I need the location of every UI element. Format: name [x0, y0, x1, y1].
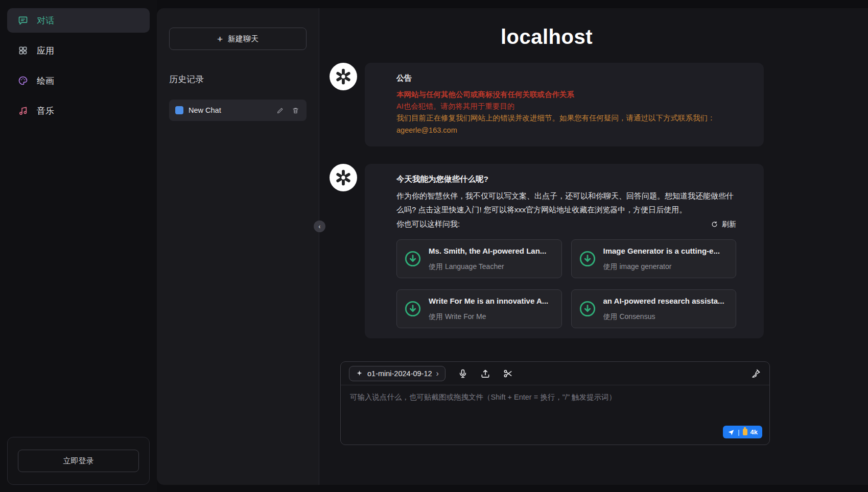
openai-logo-icon — [334, 168, 353, 187]
sidebar-item-music[interactable]: 音乐 — [7, 99, 150, 123]
composer: o1-mini-2024-09-12 › — [340, 361, 770, 445]
openai-logo-icon — [334, 67, 353, 86]
suggestion-title: Image Generator is a cutting-e... — [603, 245, 720, 257]
login-panel: 立即登录 — [7, 437, 150, 485]
model-label: o1-mini-2024-09-12 — [367, 370, 432, 378]
suggestion-subtitle: 使用 Consensus — [603, 311, 724, 322]
suggestion-subtitle: 使用 image generator — [603, 261, 720, 272]
refresh-suggestions-button[interactable]: 刷新 — [711, 218, 736, 230]
sidebar-item-chat[interactable]: 对话 — [7, 8, 150, 33]
suggestion-card[interactable]: an AI-powered research assista... 使用 Con… — [571, 289, 737, 328]
message-input[interactable] — [349, 391, 761, 428]
app-window: 对话 应用 绘画 音乐 立即登录 + — [0, 0, 868, 492]
edit-chat-button[interactable] — [275, 107, 285, 114]
sparkle-icon — [356, 370, 363, 377]
microphone-button[interactable] — [458, 368, 468, 379]
palette-icon — [17, 75, 29, 86]
suggestion-text: Image Generator is a cutting-e... 使用 ima… — [603, 245, 720, 272]
screenshot-button[interactable] — [503, 368, 513, 379]
plus-icon: + — [217, 34, 223, 44]
suggestion-card[interactable]: Write For Me is an innovative A... 使用 Wr… — [396, 289, 562, 328]
history-title: 历史记录 — [169, 73, 307, 85]
contact-email-link[interactable]: ageerle@163.com — [396, 125, 736, 136]
pencil-icon — [276, 107, 284, 114]
announcement-title: 公告 — [396, 72, 736, 84]
token-count: 4k — [750, 428, 758, 436]
chevron-right-icon: › — [436, 370, 439, 378]
music-note-icon — [17, 105, 29, 116]
announcement-line3: 我们目前正在修复我们网站上的错误并改进细节。如果您有任何疑问，请通过以下方式联系… — [396, 112, 736, 124]
sidebar-item-label: 应用 — [37, 45, 54, 57]
suggestion-grid: Ms. Smith, the AI-powered Lan... 使用 Lang… — [396, 239, 736, 328]
refresh-icon — [711, 220, 718, 228]
refresh-label: 刷新 — [722, 218, 736, 230]
sidebar-item-apps[interactable]: 应用 — [7, 38, 150, 63]
welcome-body: 作为你的智慧伙伴，我不仅可以写文案、出点子，还可以和你聊天、回答问题。想知道我还… — [396, 189, 736, 217]
chevron-left-icon: ‹ — [318, 223, 320, 230]
trash-icon — [292, 107, 299, 114]
suggestion-title: Write For Me is an innovative A... — [429, 295, 548, 307]
hint-row: 你也可以这样问我: 刷新 — [396, 218, 736, 230]
token-icon — [743, 429, 747, 435]
chat-message-area: localhost — [319, 8, 868, 359]
delete-chat-button[interactable] — [290, 107, 300, 114]
composer-toolbar: o1-mini-2024-09-12 › — [341, 362, 769, 385]
new-chat-label: 新建聊天 — [228, 34, 259, 44]
page-title: localhost — [330, 26, 764, 48]
broom-icon — [751, 368, 761, 379]
badge-divider: | — [738, 428, 739, 436]
sidebar-item-label: 绘画 — [37, 75, 54, 87]
apps-grid-icon — [17, 45, 29, 56]
upload-button[interactable] — [480, 368, 490, 379]
chat-main: localhost — [319, 8, 868, 485]
welcome-bubble: 今天我能为您做些什么呢? 作为你的智慧伙伴，我不仅可以写文案、出点子，还可以和你… — [365, 164, 764, 338]
suggestion-text: an AI-powered research assista... 使用 Con… — [603, 295, 724, 322]
model-selector[interactable]: o1-mini-2024-09-12 › — [349, 366, 445, 381]
send-plane-icon — [728, 429, 735, 436]
sidebar: 对话 应用 绘画 音乐 立即登录 — [0, 0, 157, 492]
assistant-avatar — [330, 63, 357, 90]
ask-hint: 你也可以这样问我: — [396, 218, 460, 230]
chat-item-icon — [175, 106, 183, 114]
suggestion-card[interactable]: Ms. Smith, the AI-powered Lan... 使用 Lang… — [396, 239, 562, 278]
suggestion-subtitle: 使用 Write For Me — [429, 311, 548, 322]
arrow-down-circle-icon — [404, 300, 421, 317]
suggestion-title: an AI-powered research assista... — [603, 295, 724, 307]
suggestion-text: Ms. Smith, the AI-powered Lan... 使用 Lang… — [429, 245, 546, 272]
composer-body: | 4k — [341, 385, 769, 445]
chat-list-item[interactable]: New Chat — [169, 100, 307, 121]
announcement-line2: AI也会犯错。请勿将其用于重要目的 — [396, 101, 736, 112]
suggestion-subtitle: 使用 Language Teacher — [429, 261, 546, 272]
announcement-message: 公告 本网站与任何其他公司或商标没有任何关联或合作关系 AI也会犯错。请勿将其用… — [330, 63, 764, 146]
suggestion-text: Write For Me is an innovative A... 使用 Wr… — [429, 295, 548, 322]
upload-icon — [480, 368, 490, 379]
clear-context-button[interactable] — [751, 368, 761, 379]
announcement-line1: 本网站与任何其他公司或商标没有任何关联或合作关系 — [396, 89, 736, 101]
chat-bubble-icon — [17, 15, 29, 26]
login-button[interactable]: 立即登录 — [18, 450, 139, 472]
arrow-down-circle-icon — [579, 300, 596, 317]
scissors-icon — [503, 368, 513, 379]
collapse-sidebar-button[interactable]: ‹ — [314, 220, 325, 232]
chat-item-title: New Chat — [189, 106, 270, 114]
assistant-avatar — [330, 164, 357, 191]
suggestion-title: Ms. Smith, the AI-powered Lan... — [429, 245, 546, 257]
arrow-down-circle-icon — [579, 250, 596, 267]
announcement-bubble: 公告 本网站与任何其他公司或商标没有任何关联或合作关系 AI也会犯错。请勿将其用… — [365, 63, 764, 146]
send-button[interactable]: | 4k — [723, 426, 762, 438]
chat-list-panel: + 新建聊天 历史记录 New Chat — [157, 8, 319, 485]
sidebar-item-drawing[interactable]: 绘画 — [7, 68, 150, 93]
arrow-down-circle-icon — [404, 250, 421, 267]
microphone-icon — [458, 368, 468, 379]
welcome-title: 今天我能为您做些什么呢? — [396, 173, 736, 186]
welcome-message: 今天我能为您做些什么呢? 作为你的智慧伙伴，我不仅可以写文案、出点子，还可以和你… — [330, 164, 764, 338]
content-panel: + 新建聊天 历史记录 New Chat ‹ localhost — [157, 8, 868, 485]
suggestion-card[interactable]: Image Generator is a cutting-e... 使用 ima… — [571, 239, 737, 278]
sidebar-item-label: 对话 — [37, 15, 54, 27]
new-chat-button[interactable]: + 新建聊天 — [169, 28, 307, 50]
sidebar-item-label: 音乐 — [37, 105, 54, 117]
